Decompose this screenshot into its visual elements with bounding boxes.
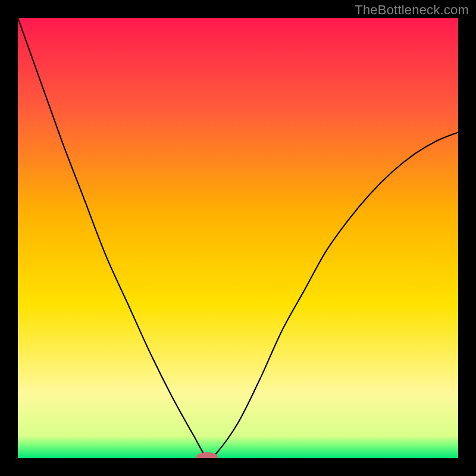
bottleneck-chart <box>18 18 458 458</box>
chart-frame: TheBottleneck.com <box>0 0 476 476</box>
watermark-text: TheBottleneck.com <box>355 2 469 18</box>
gradient-background <box>18 18 458 458</box>
plot-area <box>18 18 458 458</box>
